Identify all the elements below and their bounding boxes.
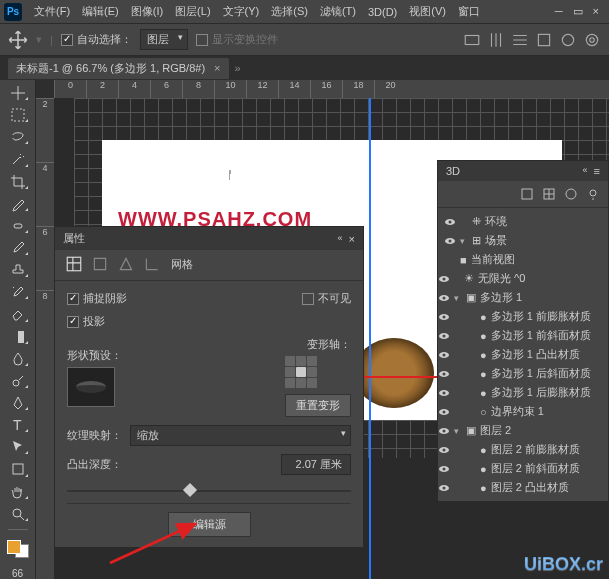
- tree-row[interactable]: ⁜环境: [438, 212, 608, 231]
- mode-icon[interactable]: [535, 31, 553, 49]
- auto-select-target-dropdown[interactable]: 图层: [140, 29, 188, 50]
- panel-menu-icon[interactable]: ≡: [594, 165, 600, 177]
- panel-collapse-icon[interactable]: «: [583, 165, 588, 177]
- tree-row[interactable]: ●图层 2 凸出材质: [438, 478, 608, 497]
- properties-panel-title[interactable]: 属性: [63, 231, 85, 246]
- history-brush-tool[interactable]: [6, 283, 30, 301]
- filter-light-icon[interactable]: [586, 187, 600, 201]
- invisible-checkbox[interactable]: 不可见: [302, 291, 351, 306]
- deform-tab-icon[interactable]: [91, 256, 109, 272]
- eyedropper-tool[interactable]: [6, 195, 30, 213]
- svg-rect-1: [538, 34, 549, 45]
- align-icon[interactable]: [487, 31, 505, 49]
- menu-file[interactable]: 文件(F): [28, 4, 76, 19]
- shape-tool[interactable]: [6, 460, 30, 478]
- window-restore-icon[interactable]: ▭: [573, 5, 583, 18]
- show-transform-checkbox[interactable]: 显示变换控件: [196, 32, 278, 47]
- eraser-tool[interactable]: [6, 305, 30, 323]
- zoom-tool[interactable]: [6, 505, 30, 523]
- tree-row[interactable]: ●多边形 1 凸出材质: [438, 345, 608, 364]
- pen-tool[interactable]: [6, 394, 30, 412]
- menu-image[interactable]: 图像(I): [125, 4, 169, 19]
- tab-overflow-icon[interactable]: »: [235, 62, 241, 74]
- blur-tool[interactable]: [6, 350, 30, 368]
- texture-mapping-dropdown[interactable]: 缩放: [130, 425, 351, 446]
- menu-window[interactable]: 窗口: [452, 4, 486, 19]
- filter-material-icon[interactable]: [564, 187, 578, 201]
- align-icon[interactable]: [463, 31, 481, 49]
- panel-collapse-icon[interactable]: «: [338, 233, 343, 245]
- menu-filter[interactable]: 滤镜(T): [314, 4, 362, 19]
- cast-shadow-checkbox[interactable]: 投影: [67, 314, 105, 329]
- tree-row[interactable]: ■当前视图: [438, 250, 608, 269]
- window-close-icon[interactable]: ×: [593, 5, 599, 18]
- slider-thumb[interactable]: [183, 483, 197, 497]
- foreground-color[interactable]: [7, 540, 21, 554]
- tree-row[interactable]: ●多边形 1 后膨胀材质: [438, 383, 608, 402]
- mode-icon[interactable]: [559, 31, 577, 49]
- options-bar: ▾ | 自动选择： 图层 显示变换控件: [0, 24, 609, 56]
- deform-axis-grid[interactable]: [285, 356, 351, 388]
- svg-point-16: [590, 190, 596, 196]
- guide-vertical[interactable]: [369, 98, 371, 579]
- tools-panel: T 66: [0, 80, 36, 579]
- filter-all-icon[interactable]: [520, 187, 534, 201]
- tree-row[interactable]: ●多边形 1 前斜面材质: [438, 326, 608, 345]
- ruler-horizontal[interactable]: 02468101214161820: [54, 80, 609, 98]
- menu-view[interactable]: 视图(V): [403, 4, 452, 19]
- 3d-object-preview: [354, 338, 434, 408]
- move-tool[interactable]: [6, 84, 30, 102]
- align-icon[interactable]: [511, 31, 529, 49]
- filter-mesh-icon[interactable]: [542, 187, 556, 201]
- capture-shadow-checkbox[interactable]: 捕捉阴影: [67, 291, 127, 306]
- tree-row[interactable]: ●图层 2 前斜面材质: [438, 459, 608, 478]
- crop-tool[interactable]: [6, 173, 30, 191]
- magic-wand-tool[interactable]: [6, 150, 30, 168]
- menu-type[interactable]: 文字(Y): [217, 4, 266, 19]
- panel-close-icon[interactable]: ×: [349, 233, 355, 245]
- eye-icon[interactable]: [444, 216, 456, 228]
- gradient-tool[interactable]: [6, 328, 30, 346]
- reset-deform-button[interactable]: 重置变形: [285, 394, 351, 417]
- healing-tool[interactable]: [6, 217, 30, 235]
- brush-tool[interactable]: [6, 239, 30, 257]
- move-tool-preset-icon[interactable]: [8, 30, 28, 50]
- light-gizmo-icon[interactable]: [219, 173, 239, 193]
- extrude-depth-slider[interactable]: [67, 483, 351, 499]
- lasso-tool[interactable]: [6, 128, 30, 146]
- tree-row[interactable]: ●图层 2 前膨胀材质: [438, 440, 608, 459]
- menu-select[interactable]: 选择(S): [265, 4, 314, 19]
- tab-close-icon[interactable]: ×: [214, 62, 220, 74]
- 3d-panel-title[interactable]: 3D: [446, 165, 460, 177]
- stamp-tool[interactable]: [6, 261, 30, 279]
- menu-3d[interactable]: 3D(D): [362, 6, 403, 18]
- mesh-tab-icon[interactable]: [65, 256, 83, 272]
- menu-edit[interactable]: 编辑(E): [76, 4, 125, 19]
- shape-preset-picker[interactable]: [67, 367, 115, 407]
- auto-select-checkbox[interactable]: 自动选择：: [61, 32, 132, 47]
- tree-row[interactable]: ☀无限光 ^0: [438, 269, 608, 288]
- hand-tool[interactable]: [6, 483, 30, 501]
- document-tab[interactable]: 未标题-1 @ 66.7% (多边形 1, RGB/8#) ×: [8, 58, 229, 79]
- dodge-tool[interactable]: [6, 372, 30, 390]
- tree-row[interactable]: ○边界约束 1: [438, 402, 608, 421]
- type-tool[interactable]: T: [6, 416, 30, 434]
- svg-point-4: [590, 37, 595, 42]
- tree-row[interactable]: ▾▣多边形 1: [438, 288, 608, 307]
- extrude-depth-value[interactable]: 2.07 厘米: [281, 454, 351, 475]
- window-minimize-icon[interactable]: ─: [555, 5, 563, 18]
- coord-tab-icon[interactable]: [143, 256, 161, 272]
- mode-icon[interactable]: [583, 31, 601, 49]
- color-swatches[interactable]: [7, 540, 29, 558]
- path-select-tool[interactable]: [6, 438, 30, 456]
- deform-axis-label: 变形轴：: [285, 337, 351, 352]
- svg-point-22: [443, 277, 446, 280]
- ruler-vertical[interactable]: 2468: [36, 98, 54, 579]
- tree-row[interactable]: ▾⊞场景: [438, 231, 608, 250]
- marquee-tool[interactable]: [6, 106, 30, 124]
- tree-row[interactable]: ▾▣图层 2: [438, 421, 608, 440]
- cap-tab-icon[interactable]: [117, 256, 135, 272]
- menu-layer[interactable]: 图层(L): [169, 4, 216, 19]
- tree-row[interactable]: ●多边形 1 后斜面材质: [438, 364, 608, 383]
- tree-row[interactable]: ●多边形 1 前膨胀材质: [438, 307, 608, 326]
